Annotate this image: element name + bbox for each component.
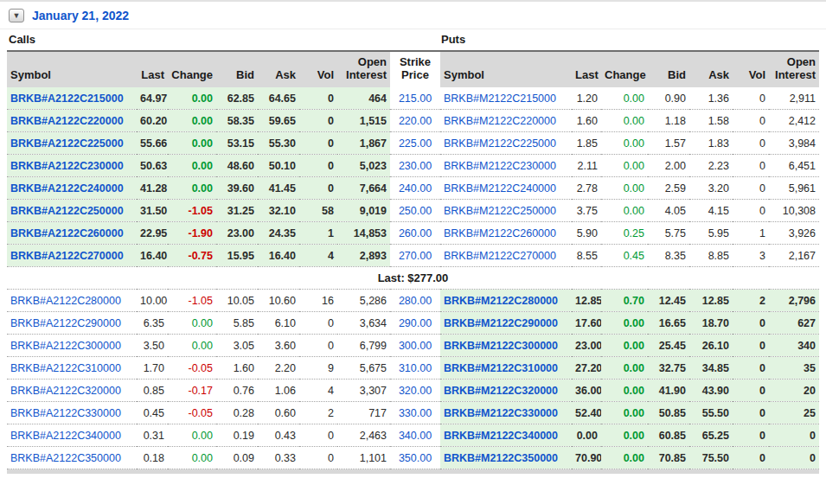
call-symbol-link[interactable]: BRKB#A2122C270000 bbox=[10, 250, 124, 262]
call-symbol-link[interactable]: BRKB#A2122C300000 bbox=[10, 340, 121, 352]
option-row-340.00: BRKB#A2122C3400000.310.000.190.4302,4633… bbox=[7, 424, 819, 447]
strike-price-link[interactable]: 340.00 bbox=[399, 430, 432, 442]
put-bid-cell: 1.57 bbox=[648, 132, 689, 155]
put-vol-cell: 3 bbox=[733, 245, 769, 267]
put-bid-cell: 12.45 bbox=[648, 290, 689, 312]
put-change-cell: 0.00 bbox=[601, 312, 648, 335]
call-symbol-link[interactable]: BRKB#A2122C340000 bbox=[10, 430, 121, 442]
puts-change-header: Change bbox=[601, 51, 648, 87]
expiration-date-link[interactable]: January 21, 2022 bbox=[32, 9, 129, 22]
calls-open-interest-header: Open Interest bbox=[337, 51, 390, 87]
call-bid-cell: 48.60 bbox=[216, 155, 258, 177]
put-symbol-link[interactable]: BRKB#M2122C270000 bbox=[444, 250, 556, 262]
call-symbol-link[interactable]: BRKB#A2122C215000 bbox=[10, 93, 124, 105]
put-change-cell: 0.00 bbox=[601, 380, 648, 402]
call-bid-cell: 0.19 bbox=[216, 424, 258, 447]
put-change-cell: 0.00 bbox=[601, 200, 648, 222]
call-symbol-link[interactable]: BRKB#A2122C350000 bbox=[10, 452, 121, 464]
option-row-240.00: BRKB#A2122C24000041.280.0039.6041.4507,6… bbox=[7, 177, 819, 200]
put-last-cell: 23.00 bbox=[572, 335, 601, 357]
put-symbol-link[interactable]: BRKB#M2122C290000 bbox=[444, 317, 558, 329]
put-symbol-link[interactable]: BRKB#M2122C250000 bbox=[444, 205, 556, 217]
put-open-interest-cell: 2,167 bbox=[769, 245, 819, 267]
put-symbol-link[interactable]: BRKB#M2122C225000 bbox=[444, 137, 556, 150]
call-symbol-link[interactable]: BRKB#A2122C330000 bbox=[10, 407, 121, 419]
strike-price-link[interactable]: 225.00 bbox=[399, 137, 432, 150]
call-symbol-link[interactable]: BRKB#A2122C260000 bbox=[10, 227, 124, 239]
put-symbol-link[interactable]: BRKB#M2122C215000 bbox=[444, 93, 556, 105]
put-change-cell: 0.00 bbox=[601, 447, 648, 469]
put-open-interest-cell: 5,961 bbox=[769, 177, 819, 200]
chevron-down-icon: ▼ bbox=[13, 12, 21, 20]
put-symbol-link[interactable]: BRKB#M2122C260000 bbox=[444, 227, 556, 239]
call-change-cell: 0.00 bbox=[168, 155, 216, 177]
put-open-interest-cell: 340 bbox=[769, 335, 819, 357]
put-symbol-link[interactable]: BRKB#M2122C350000 bbox=[444, 452, 558, 464]
strike-price-link[interactable]: 280.00 bbox=[399, 295, 432, 307]
strike-price-link[interactable]: 320.00 bbox=[399, 385, 432, 397]
put-symbol-link[interactable]: BRKB#M2122C230000 bbox=[444, 160, 556, 172]
put-last-cell: 3.75 bbox=[572, 200, 601, 222]
call-last-cell: 16.40 bbox=[137, 245, 168, 267]
strike-price-link[interactable]: 215.00 bbox=[399, 93, 432, 105]
call-symbol-link[interactable]: BRKB#A2122C310000 bbox=[10, 362, 121, 374]
call-symbol-link[interactable]: BRKB#A2122C225000 bbox=[10, 137, 124, 150]
put-bid-cell: 25.45 bbox=[648, 335, 689, 357]
put-last-cell: 27.20 bbox=[572, 357, 601, 380]
call-ask-cell: 0.33 bbox=[258, 447, 299, 469]
call-ask-cell: 0.43 bbox=[258, 424, 299, 447]
strike-price-link[interactable]: 250.00 bbox=[399, 205, 432, 217]
calls-ask-header: Ask bbox=[258, 51, 299, 87]
call-symbol-link[interactable]: BRKB#A2122C220000 bbox=[10, 115, 124, 127]
strike-price-link[interactable]: 300.00 bbox=[399, 340, 432, 352]
collapse-section-button[interactable]: ▼ bbox=[9, 9, 24, 22]
call-symbol-link[interactable]: BRKB#A2122C240000 bbox=[10, 182, 124, 195]
call-symbol-cell: BRKB#A2122C310000 bbox=[7, 357, 137, 380]
strike-price-cell: 350.00 bbox=[390, 447, 440, 469]
put-symbol-link[interactable]: BRKB#M2122C300000 bbox=[444, 340, 558, 352]
strike-price-link[interactable]: 270.00 bbox=[399, 250, 432, 262]
call-ask-cell: 32.10 bbox=[258, 200, 299, 222]
strike-price-cell: 240.00 bbox=[390, 177, 440, 200]
call-symbol-cell: BRKB#A2122C220000 bbox=[7, 110, 137, 132]
strike-price-link[interactable]: 310.00 bbox=[399, 362, 432, 374]
put-vol-cell: 0 bbox=[733, 200, 769, 222]
put-ask-cell: 75.50 bbox=[689, 447, 733, 469]
call-symbol-link[interactable]: BRKB#A2122C280000 bbox=[10, 295, 121, 307]
call-symbol-link[interactable]: BRKB#A2122C320000 bbox=[10, 385, 121, 397]
put-symbol-link[interactable]: BRKB#M2122C220000 bbox=[444, 115, 556, 127]
strike-price-link[interactable]: 350.00 bbox=[399, 452, 432, 464]
call-ask-cell: 6.10 bbox=[258, 312, 299, 335]
put-last-cell: 36.00 bbox=[572, 380, 601, 402]
call-ask-cell: 0.60 bbox=[258, 402, 299, 424]
call-open-interest-cell: 6,799 bbox=[337, 335, 390, 357]
put-symbol-link[interactable]: BRKB#M2122C240000 bbox=[444, 182, 556, 195]
call-change-cell: 0.00 bbox=[168, 335, 216, 357]
call-symbol-cell: BRKB#A2122C300000 bbox=[7, 335, 137, 357]
put-symbol-link[interactable]: BRKB#M2122C330000 bbox=[444, 407, 558, 419]
put-change-cell: 0.00 bbox=[601, 402, 648, 424]
option-row-270.00: BRKB#A2122C27000016.40-0.7515.9516.4042,… bbox=[7, 245, 819, 267]
put-symbol-link[interactable]: BRKB#M2122C340000 bbox=[444, 430, 558, 442]
call-symbol-link[interactable]: BRKB#A2122C290000 bbox=[10, 317, 121, 329]
put-symbol-link[interactable]: BRKB#M2122C320000 bbox=[444, 385, 558, 397]
put-symbol-link[interactable]: BRKB#M2122C280000 bbox=[444, 295, 558, 307]
strike-price-link[interactable]: 330.00 bbox=[399, 407, 432, 419]
call-symbol-link[interactable]: BRKB#A2122C230000 bbox=[10, 160, 124, 172]
strike-price-link[interactable]: 240.00 bbox=[399, 182, 432, 195]
call-open-interest-cell: 5,675 bbox=[337, 357, 390, 380]
put-vol-cell: 0 bbox=[733, 380, 769, 402]
puts-section-label: Puts bbox=[441, 33, 465, 46]
puts-bid-header: Bid bbox=[648, 51, 689, 87]
put-bid-cell: 1.18 bbox=[648, 110, 689, 132]
call-change-cell: -1.05 bbox=[168, 200, 216, 222]
strike-price-link[interactable]: 260.00 bbox=[399, 227, 432, 239]
strike-price-link[interactable]: 230.00 bbox=[399, 160, 432, 172]
strike-price-link[interactable]: 290.00 bbox=[399, 317, 432, 329]
option-row-320.00: BRKB#A2122C3200000.85-0.170.761.0643,307… bbox=[7, 380, 819, 402]
strike-price-link[interactable]: 220.00 bbox=[399, 115, 432, 127]
calls-symbol-header: Symbol bbox=[7, 51, 137, 87]
put-symbol-link[interactable]: BRKB#M2122C310000 bbox=[444, 362, 558, 374]
option-row-215.00: BRKB#A2122C21500064.970.0062.8564.650464… bbox=[7, 87, 819, 110]
call-symbol-link[interactable]: BRKB#A2122C250000 bbox=[10, 205, 124, 217]
